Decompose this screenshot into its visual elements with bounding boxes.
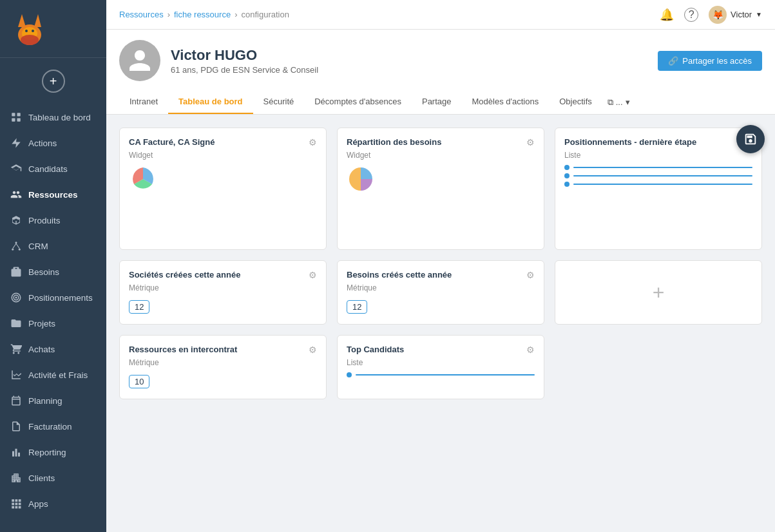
sidebar-item-achats[interactable]: Achats bbox=[0, 336, 106, 362]
notification-icon[interactable]: 🔔 bbox=[660, 8, 674, 22]
tabs: Intranet Tableau de bord Sécurité Décomp… bbox=[119, 90, 762, 114]
user-menu[interactable]: 🦊 Victor ▼ bbox=[709, 6, 762, 24]
list-row bbox=[347, 372, 535, 377]
sidebar-item-tableau-de-bord[interactable]: Tableau de bord bbox=[0, 104, 106, 130]
sidebar-item-projets[interactable]: Projets bbox=[0, 310, 106, 336]
sidebar-item-produits[interactable]: Produits bbox=[0, 207, 106, 233]
sidebar-item-ressources[interactable]: Ressources bbox=[0, 182, 106, 207]
breadcrumb-current: configuration bbox=[241, 10, 289, 19]
tab-objectifs[interactable]: Objectifs bbox=[549, 90, 602, 114]
svg-rect-20 bbox=[12, 451, 14, 457]
svg-rect-8 bbox=[17, 113, 21, 116]
sidebar-item-candidats[interactable]: Candidats bbox=[0, 156, 106, 182]
sidebar-label: Projets bbox=[28, 319, 55, 328]
list-icon bbox=[564, 165, 752, 187]
list-dot bbox=[564, 165, 569, 170]
sidebar-item-positionnements[interactable]: Positionnements bbox=[0, 285, 106, 310]
sidebar-item-actions[interactable]: Actions bbox=[0, 130, 106, 156]
list-row bbox=[564, 182, 752, 187]
svg-rect-23 bbox=[12, 499, 14, 502]
sidebar-item-facturation[interactable]: Facturation bbox=[0, 413, 106, 439]
tab-decomptes-absences[interactable]: Décomptes d'absences bbox=[304, 90, 412, 114]
sidebar-item-planning[interactable]: Planning bbox=[0, 388, 106, 413]
breadcrumb-fiche-ressource[interactable]: fiche ressource bbox=[174, 10, 231, 19]
list-line bbox=[573, 175, 752, 176]
dashboard-grid: CA Facturé, CA Signé ⚙ Widget Répartitio… bbox=[119, 128, 762, 399]
sidebar-item-clients[interactable]: Clients bbox=[0, 465, 106, 491]
add-widget-button[interactable]: + bbox=[555, 260, 762, 325]
sidebar-label: CRM bbox=[28, 242, 48, 251]
list-dot bbox=[347, 372, 352, 377]
tab-modeles-actions[interactable]: Modèles d'actions bbox=[462, 90, 550, 114]
building-icon bbox=[10, 472, 22, 484]
tab-more[interactable]: ⧉ ... ▾ bbox=[602, 91, 635, 114]
save-icon bbox=[743, 132, 758, 146]
widget-type: Métrique bbox=[347, 283, 535, 292]
svg-rect-9 bbox=[12, 119, 15, 122]
widget-header: CA Facturé, CA Signé ⚙ bbox=[129, 137, 317, 148]
profile-header: Victor HUGO 61 ans, PDG de ESN Service &… bbox=[106, 30, 775, 115]
save-fab[interactable] bbox=[736, 125, 765, 153]
list-line bbox=[356, 374, 535, 375]
chevron-down-icon: ▾ bbox=[626, 97, 630, 107]
svg-rect-30 bbox=[15, 506, 18, 509]
lightning-icon bbox=[10, 137, 22, 149]
widget-title: Sociétés créées cette année bbox=[129, 270, 240, 281]
list-dot bbox=[564, 173, 569, 178]
chevron-down-icon: ▼ bbox=[756, 11, 762, 18]
share-button[interactable]: 🔗 Partager les accès bbox=[658, 51, 762, 71]
avatar bbox=[119, 40, 160, 81]
sidebar-label: Apps bbox=[28, 499, 48, 509]
help-icon[interactable]: ? bbox=[684, 8, 698, 22]
gear-icon[interactable]: ⚙ bbox=[309, 270, 317, 280]
widget-title: Besoins créés cette année bbox=[347, 270, 452, 281]
invoice-icon bbox=[10, 421, 22, 432]
svg-rect-24 bbox=[15, 499, 18, 502]
metric-value: 10 bbox=[129, 375, 149, 388]
svg-rect-28 bbox=[19, 503, 21, 506]
svg-point-6 bbox=[21, 35, 39, 45]
sidebar-item-reporting[interactable]: Reporting bbox=[0, 439, 106, 465]
sidebar-item-apps[interactable]: Apps bbox=[0, 491, 106, 517]
user-avatar: 🦊 bbox=[709, 6, 727, 24]
widget-title: Positionnements - dernière étape bbox=[564, 137, 696, 148]
tab-securite[interactable]: Sécurité bbox=[253, 90, 305, 114]
svg-point-12 bbox=[15, 242, 17, 243]
gear-icon[interactable]: ⚙ bbox=[309, 137, 317, 147]
logo-icon bbox=[9, 8, 51, 50]
gear-icon[interactable]: ⚙ bbox=[309, 345, 317, 355]
sidebar-item-crm[interactable]: CRM bbox=[0, 233, 106, 259]
gear-icon[interactable]: ⚙ bbox=[526, 345, 535, 355]
widget-positionnements: Positionnements - dernière étape ⚙ Liste bbox=[555, 128, 762, 250]
svg-point-14 bbox=[19, 249, 21, 251]
svg-rect-29 bbox=[12, 506, 14, 509]
topbar-right: 🔔 ? 🦊 Victor ▼ bbox=[660, 6, 762, 24]
sidebar-label: Achats bbox=[28, 345, 55, 354]
svg-line-16 bbox=[16, 243, 19, 249]
tab-tableau-de-bord[interactable]: Tableau de bord bbox=[168, 90, 253, 114]
list-icon bbox=[347, 372, 535, 377]
tab-intranet[interactable]: Intranet bbox=[119, 90, 168, 114]
tab-partage[interactable]: Partage bbox=[412, 90, 462, 114]
sidebar-label: Positionnements bbox=[28, 293, 93, 303]
folder-icon bbox=[10, 318, 22, 329]
breadcrumb-ressources[interactable]: Ressources bbox=[119, 10, 164, 19]
chart-icon bbox=[10, 369, 22, 381]
sidebar-item-activite-frais[interactable]: Activité et Frais bbox=[0, 362, 106, 388]
add-button[interactable]: + bbox=[42, 70, 65, 93]
widget-top-candidats: Top Candidats ⚙ Liste bbox=[337, 335, 544, 399]
widget-title: CA Facturé, CA Signé bbox=[129, 137, 215, 148]
sidebar-item-besoins[interactable]: Besoins bbox=[0, 259, 106, 285]
svg-rect-31 bbox=[19, 506, 21, 509]
sidebar-label: Candidats bbox=[28, 164, 68, 174]
breadcrumb: Ressources › fiche ressource › configura… bbox=[119, 10, 289, 19]
svg-rect-22 bbox=[18, 453, 20, 457]
sidebar-label: Produits bbox=[28, 216, 61, 225]
sidebar-label: Clients bbox=[28, 473, 55, 483]
gear-icon[interactable]: ⚙ bbox=[526, 270, 535, 280]
gear-icon[interactable]: ⚙ bbox=[526, 137, 535, 147]
widget-type: Liste bbox=[347, 358, 535, 367]
sidebar-label: Activité et Frais bbox=[28, 370, 88, 380]
grid-icon bbox=[10, 111, 22, 123]
svg-marker-11 bbox=[12, 138, 21, 148]
